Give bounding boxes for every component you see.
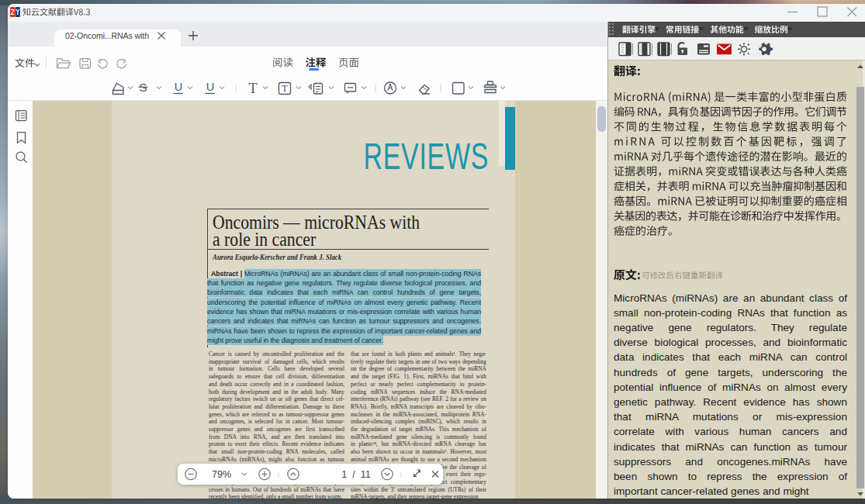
svg-text:T: T — [282, 82, 288, 94]
svg-text:T: T — [249, 81, 258, 96]
svg-text:U: U — [175, 81, 182, 93]
svg-text:U: U — [206, 81, 214, 93]
